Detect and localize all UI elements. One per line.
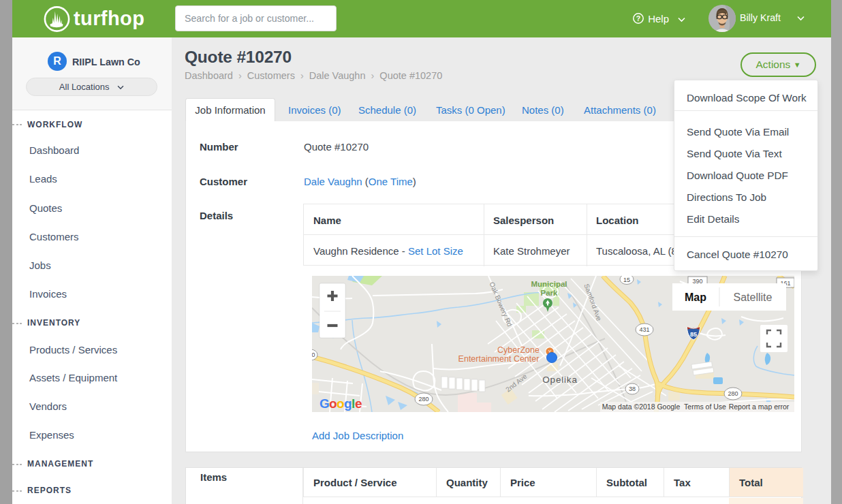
svg-text:Opelika: Opelika [542, 375, 577, 385]
svg-text:turfhop: turfhop [74, 7, 144, 29]
svg-text:85: 85 [690, 331, 697, 338]
svg-text:Terms of Use: Terms of Use [684, 403, 726, 411]
svg-text:280: 280 [418, 396, 428, 403]
svg-text:g: g [344, 396, 352, 411]
svg-text:Entertainment Center: Entertainment Center [458, 354, 540, 364]
svg-text:?: ? [636, 14, 640, 22]
svg-text:Park: Park [541, 289, 559, 297]
svg-text:Map: Map [685, 292, 706, 303]
svg-text:o: o [329, 396, 337, 411]
svg-text:280: 280 [728, 390, 738, 397]
svg-text:e: e [355, 396, 362, 411]
svg-text:Report a map error: Report a map error [729, 403, 790, 411]
svg-text:0: 0 [312, 351, 315, 358]
svg-text:CyberZone: CyberZone [497, 345, 540, 355]
svg-text:431: 431 [639, 326, 649, 333]
svg-text:38: 38 [629, 385, 636, 392]
svg-text:G: G [319, 396, 330, 411]
svg-text:o: o [337, 396, 345, 411]
svg-text:15: 15 [623, 277, 630, 283]
svg-text:Satellite: Satellite [734, 292, 773, 303]
svg-text:Municipal: Municipal [531, 280, 567, 288]
svg-text:Map data ©2018 Google: Map data ©2018 Google [602, 403, 681, 411]
